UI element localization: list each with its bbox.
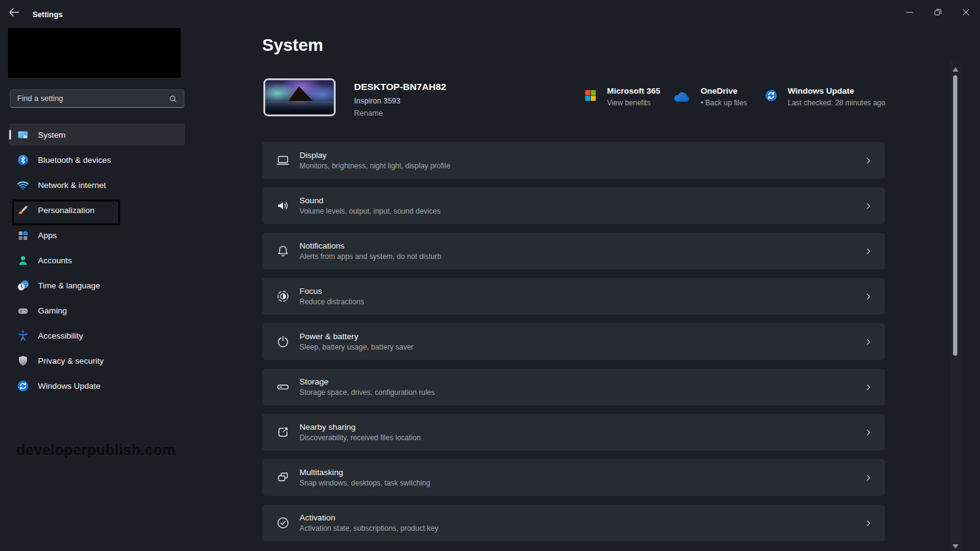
settings-row-storage[interactable]: Storage Storage space, drives, configura… <box>262 369 885 405</box>
sidebar-item-label: Accessibility <box>38 331 83 340</box>
chevron-right-icon <box>864 428 873 437</box>
sidebar-item-system[interactable]: System <box>9 124 185 146</box>
page-title: System <box>262 36 323 55</box>
chevron-right-icon <box>864 247 873 256</box>
row-subtitle: Activation state, subscriptions, product… <box>300 524 864 533</box>
rename-button[interactable]: Rename <box>354 109 383 118</box>
status-title: OneDrive <box>701 86 747 96</box>
search-input[interactable] <box>10 94 168 103</box>
sidebar-item-windows-update[interactable]: Windows Update <box>9 375 185 397</box>
restore-icon <box>932 6 944 18</box>
storage-row-icon <box>276 380 290 394</box>
sound-row-icon <box>276 198 290 213</box>
sidebar-item-time-language[interactable]: Time & language <box>9 274 185 296</box>
device-name: DESKTOP-BN7AH82 <box>354 81 446 92</box>
sidebar-item-apps[interactable]: Apps <box>9 224 185 246</box>
status-subtitle: Last checked: 28 minutes ago <box>788 99 885 107</box>
close-button[interactable] <box>952 0 980 24</box>
row-title: Storage <box>300 377 864 386</box>
focus-row-icon <box>276 289 290 304</box>
privacy-security-icon <box>17 354 29 367</box>
settings-rows: Display Monitors, brightness, night ligh… <box>262 142 885 541</box>
thumbnail-mountain <box>288 86 313 101</box>
account-redacted-box <box>8 28 181 78</box>
scrollbar-up-arrow-icon[interactable] <box>952 67 959 72</box>
sidebar-item-accessibility[interactable]: Accessibility <box>9 324 185 347</box>
microsoft-365-icon <box>584 89 597 102</box>
device-model: Inspiron 3593 <box>354 97 401 105</box>
settings-row-nearby-sharing[interactable]: Nearby sharing Discoverability, received… <box>262 414 885 451</box>
sidebar-item-label: Network & internet <box>38 181 106 190</box>
sidebar-item-label: Bluetooth & devices <box>38 156 111 165</box>
row-subtitle: Discoverability, received files location <box>300 433 864 442</box>
sidebar-item-personalization[interactable]: Personalization <box>9 199 185 221</box>
settings-row-sound[interactable]: Sound Volume levels, output, input, soun… <box>262 187 885 224</box>
status-onedrive[interactable]: OneDrive • Back up files <box>673 86 747 107</box>
sidebar-item-label: Personalization <box>38 206 94 215</box>
window-title: Settings <box>32 10 62 19</box>
sidebar-item-label: Time & language <box>38 281 100 290</box>
row-subtitle: Monitors, brightness, night light, displ… <box>300 162 864 170</box>
sidebar-item-label: System <box>38 130 66 140</box>
accessibility-icon <box>17 329 29 342</box>
status-windows-update[interactable]: Windows Update Last checked: 28 minutes … <box>764 86 885 107</box>
sidebar-item-gaming[interactable]: Gaming <box>9 299 185 321</box>
sidebar-item-privacy-security[interactable]: Privacy & security <box>9 350 185 372</box>
sidebar-item-bluetooth-devices[interactable]: Bluetooth & devices <box>9 149 185 171</box>
chevron-right-icon <box>864 337 873 347</box>
minimize-icon <box>903 6 916 18</box>
sidebar-item-label: Privacy & security <box>38 356 104 365</box>
row-title: Focus <box>300 287 864 296</box>
status-microsoft-365[interactable]: Microsoft 365 View benefits <box>584 86 660 107</box>
sidebar-item-label: Gaming <box>38 306 67 315</box>
chevron-right-icon <box>864 156 873 165</box>
search-icon <box>168 94 178 103</box>
back-arrow-icon <box>7 6 27 19</box>
row-subtitle: Alerts from apps and system, do not dist… <box>300 252 864 261</box>
restore-button[interactable] <box>924 0 952 24</box>
power-row-icon <box>276 334 290 349</box>
row-subtitle: Snap windows, desktops, task switching <box>300 479 864 487</box>
settings-row-notifications[interactable]: Notifications Alerts from apps and syste… <box>262 233 885 269</box>
sidebar-item-accounts[interactable]: Accounts <box>9 249 185 271</box>
settings-row-activation[interactable]: Activation Activation state, subscriptio… <box>262 504 885 541</box>
chevron-right-icon <box>864 473 873 482</box>
back-button[interactable] <box>7 5 27 20</box>
row-title: Sound <box>300 196 864 205</box>
chevron-right-icon <box>864 201 873 211</box>
settings-row-power-battery[interactable]: Power & battery Sleep, battery usage, ba… <box>262 323 885 360</box>
minimize-button[interactable] <box>895 0 924 24</box>
multitasking-row-icon <box>276 470 290 485</box>
scrollbar-thumb[interactable] <box>953 75 957 356</box>
search-box <box>10 89 184 108</box>
system-icon <box>17 129 29 141</box>
status-subtitle: View benefits <box>607 99 660 107</box>
row-title: Notifications <box>300 241 864 250</box>
settings-row-focus[interactable]: Focus Reduce distractions <box>262 278 885 315</box>
onedrive-icon <box>673 90 691 105</box>
sidebar-item-network-internet[interactable]: Network & internet <box>9 174 185 196</box>
row-subtitle: Reduce distractions <box>300 298 864 306</box>
row-subtitle: Storage space, drives, configuration rul… <box>300 388 864 397</box>
device-wallpaper-thumbnail <box>263 78 336 116</box>
window-controls <box>895 0 980 24</box>
sidebar-item-label: Apps <box>38 231 57 240</box>
thumbnail-water <box>265 101 334 114</box>
sidebar-item-label: Accounts <box>38 256 72 265</box>
chevron-right-icon <box>864 292 873 301</box>
accounts-icon <box>17 254 29 267</box>
sidebar-item-label: Windows Update <box>38 381 100 391</box>
row-title: Multitasking <box>300 468 864 477</box>
windows-update-icon <box>17 380 29 392</box>
titlebar: Settings <box>0 0 980 24</box>
close-icon <box>960 6 972 18</box>
settings-row-display[interactable]: Display Monitors, brightness, night ligh… <box>262 142 885 179</box>
notifications-row-icon <box>276 244 290 258</box>
row-subtitle: Volume levels, output, input, sound devi… <box>300 207 864 216</box>
sidebar-nav: System Bluetooth & devices Network & int… <box>9 124 185 400</box>
time-language-icon <box>17 279 29 292</box>
status-title: Windows Update <box>788 86 885 96</box>
settings-row-multitasking[interactable]: Multitasking Snap windows, desktops, tas… <box>262 459 885 496</box>
scrollbar-down-arrow-icon[interactable] <box>952 544 959 549</box>
bluetooth-icon <box>17 154 29 167</box>
